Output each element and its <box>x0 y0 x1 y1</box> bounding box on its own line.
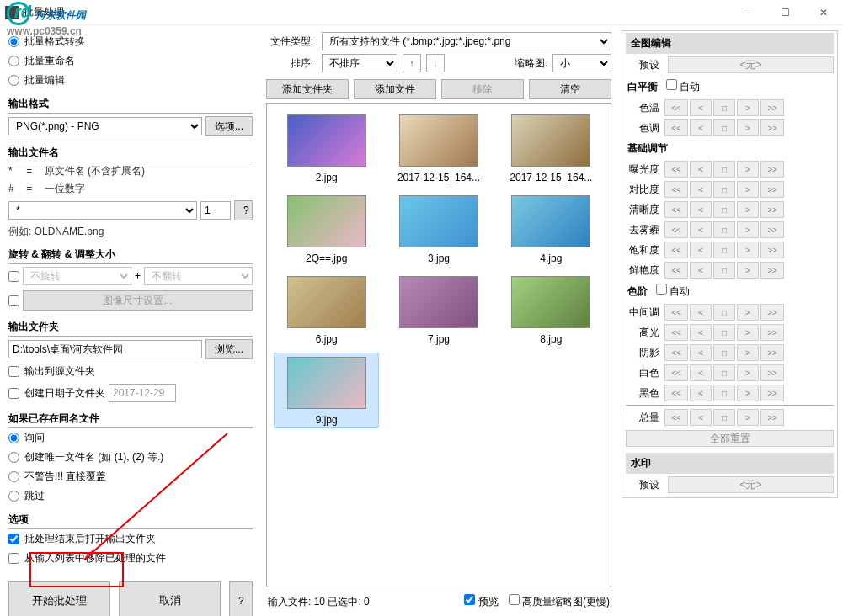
clarity-inc2[interactable]: >> <box>760 201 784 218</box>
thumbnail-grid[interactable]: 2.jpg2017-12-15_164...2017-12-15_164...2… <box>266 103 611 587</box>
ask-radio[interactable] <box>8 433 19 443</box>
mode-rename[interactable]: 批量重命名 <box>8 51 253 71</box>
exposure-inc2[interactable]: >> <box>760 161 784 178</box>
overwrite-radio[interactable] <box>8 471 19 482</box>
saturation-inc[interactable]: > <box>737 242 759 258</box>
clarity-inc[interactable]: > <box>737 201 759 218</box>
highlight-dec[interactable]: < <box>690 324 712 341</box>
white-reset[interactable]: □ <box>713 364 735 381</box>
thumb-item[interactable]: 2017-12-15_164... <box>386 110 491 186</box>
total-inc2[interactable]: >> <box>760 409 784 426</box>
white-inc2[interactable]: >> <box>760 364 784 381</box>
shadow-inc[interactable]: > <box>737 344 759 361</box>
thumb-item[interactable]: 2017-12-15_164... <box>499 110 604 186</box>
black-inc[interactable]: > <box>737 385 759 401</box>
mode-edit[interactable]: 批量编辑 <box>8 71 253 90</box>
to-source-row[interactable]: 输出到源文件夹 <box>8 362 253 381</box>
vibrance-inc[interactable]: > <box>737 262 759 279</box>
total-dec[interactable]: < <box>690 409 712 426</box>
filetype-select[interactable]: 所有支持的文件 (*.bmp;*.jpg;*.jpeg;*.png <box>322 32 611 50</box>
exposure-inc[interactable]: > <box>737 161 759 178</box>
unique-row[interactable]: 创建唯一文件名 (如 (1), (2) 等.) <box>8 448 253 467</box>
thumb-item[interactable]: 7.jpg <box>386 272 491 348</box>
tint-inc[interactable]: > <box>737 119 759 136</box>
temp-dec[interactable]: < <box>690 99 712 116</box>
preview-check-row[interactable]: 预览 <box>464 594 498 609</box>
outfolder-path-input[interactable] <box>8 340 202 358</box>
add-folder-button[interactable]: 添加文件夹 <box>266 79 349 99</box>
temp-reset[interactable]: □ <box>713 99 735 116</box>
vibrance-reset[interactable]: □ <box>713 262 735 279</box>
clarity-dec2[interactable]: << <box>664 201 688 218</box>
mode-convert[interactable]: 批量格式转换 <box>8 32 253 51</box>
levels-auto-check[interactable] <box>656 284 667 295</box>
white-dec[interactable]: < <box>690 364 712 381</box>
rotate-enable-check[interactable] <box>8 271 19 282</box>
sort-select[interactable]: 不排序 <box>322 54 397 72</box>
dehaze-inc[interactable]: > <box>737 221 759 238</box>
format-options-button[interactable]: 选项... <box>205 116 253 136</box>
highlight-inc[interactable]: > <box>737 324 759 341</box>
saturation-reset[interactable]: □ <box>713 242 735 258</box>
sort-desc-button[interactable]: ↓ <box>426 54 445 72</box>
thumb-item[interactable]: 2.jpg <box>274 110 379 186</box>
mode-convert-radio[interactable] <box>8 36 19 47</box>
date-folder-check[interactable] <box>8 388 19 399</box>
shadow-dec[interactable]: < <box>690 344 712 361</box>
thumb-item[interactable]: 6.jpg <box>274 272 379 348</box>
output-format-select[interactable]: PNG(*.png) - PNG <box>8 117 202 135</box>
thumb-item[interactable]: 9.jpg <box>274 353 379 428</box>
minimize-button[interactable]: ─ <box>727 0 766 25</box>
contrast-inc[interactable]: > <box>737 181 759 198</box>
tint-dec[interactable]: < <box>690 119 712 136</box>
hq-check-row[interactable]: 高质量缩略图(更慢) <box>509 594 610 609</box>
shadow-reset[interactable]: □ <box>713 344 735 361</box>
browse-button[interactable]: 浏览... <box>205 339 253 359</box>
total-reset[interactable]: □ <box>713 409 735 426</box>
midtone-dec2[interactable]: << <box>664 304 688 321</box>
remove-done-row[interactable]: 从输入列表中移除已处理的文件 <box>8 549 253 568</box>
dehaze-reset[interactable]: □ <box>713 221 735 238</box>
exposure-dec[interactable]: < <box>690 161 712 178</box>
sort-asc-button[interactable]: ↑ <box>403 54 421 72</box>
highlight-reset[interactable]: □ <box>713 324 735 341</box>
preset-value[interactable]: <无> <box>668 56 834 73</box>
midtone-dec[interactable]: < <box>690 304 712 321</box>
black-dec[interactable]: < <box>690 385 712 401</box>
reset-all-button[interactable]: 全部重置 <box>626 430 834 447</box>
clear-button[interactable]: 清空 <box>529 79 611 99</box>
midtone-inc[interactable]: > <box>737 304 759 321</box>
saturation-inc2[interactable]: >> <box>760 242 784 258</box>
exposure-reset[interactable]: □ <box>713 161 735 178</box>
thumb-item[interactable]: 8.jpg <box>499 272 604 348</box>
overwrite-row[interactable]: 不警告!!! 直接覆盖 <box>8 467 253 486</box>
help-button[interactable]: ? <box>229 581 253 616</box>
close-button[interactable]: ✕ <box>804 0 843 25</box>
thumb-item[interactable]: 2Q==.jpg <box>274 191 379 267</box>
shadow-inc2[interactable]: >> <box>760 344 784 361</box>
temp-dec2[interactable]: << <box>664 99 688 116</box>
dehaze-dec[interactable]: < <box>690 221 712 238</box>
date-folder-row[interactable]: 创建日期子文件夹 <box>8 381 253 405</box>
mode-edit-radio[interactable] <box>8 75 19 86</box>
hq-check[interactable] <box>509 594 520 605</box>
add-file-button[interactable]: 添加文件 <box>354 79 436 99</box>
name-pattern-select[interactable]: * <box>8 201 197 220</box>
contrast-dec[interactable]: < <box>690 181 712 198</box>
highlight-inc2[interactable]: >> <box>760 324 784 341</box>
clarity-dec[interactable]: < <box>690 201 712 218</box>
to-source-check[interactable] <box>8 366 19 377</box>
start-batch-button[interactable]: 开始批处理 <box>8 581 110 616</box>
black-dec2[interactable]: << <box>664 385 688 401</box>
total-inc[interactable]: > <box>737 409 759 426</box>
remove-done-check[interactable] <box>8 553 19 564</box>
unique-radio[interactable] <box>8 452 19 463</box>
tint-dec2[interactable]: << <box>664 119 688 136</box>
dehaze-dec2[interactable]: << <box>664 221 688 238</box>
cancel-button[interactable]: 取消 <box>119 581 221 616</box>
saturation-dec2[interactable]: << <box>664 242 688 258</box>
name-help-button[interactable]: ? <box>234 200 253 220</box>
temp-inc2[interactable]: >> <box>760 99 784 116</box>
dehaze-inc2[interactable]: >> <box>760 221 784 238</box>
wm-preset-value[interactable]: <无> <box>668 476 834 493</box>
